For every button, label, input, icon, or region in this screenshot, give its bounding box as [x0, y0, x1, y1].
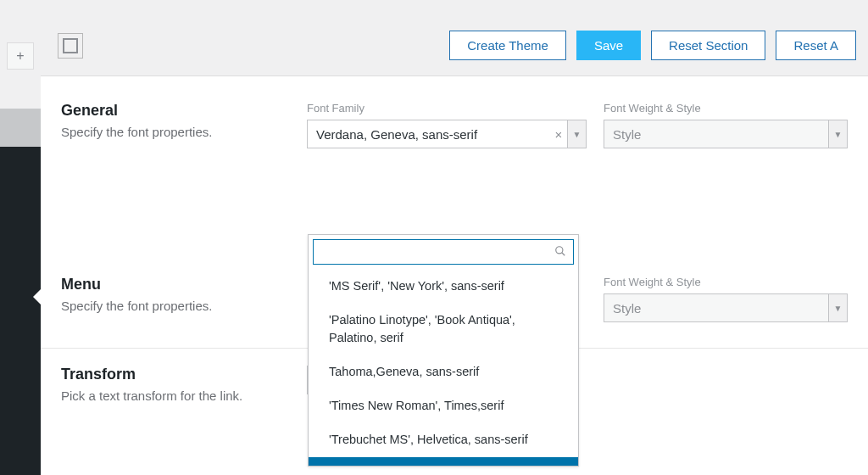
- dropdown-search-input[interactable]: [320, 245, 554, 259]
- font-weight-style-placeholder: Style: [604, 301, 828, 316]
- section-title-general: General: [61, 102, 287, 120]
- font-weight-style-select[interactable]: Style ▼: [604, 120, 848, 148]
- svg-line-1: [562, 252, 565, 255]
- font-family-select[interactable]: Verdana, Geneva, sans-serif × ▼: [307, 120, 587, 148]
- search-icon: [554, 245, 566, 260]
- section-desc-transform: Pick a text transform for the link.: [61, 388, 287, 403]
- admin-sidebar: [0, 0, 41, 475]
- font-family-value: Verdana, Geneva, sans-serif: [308, 127, 550, 142]
- font-family-label: Font Family: [307, 102, 587, 115]
- dropdown-option[interactable]: 'Times New Roman', Times,serif: [309, 388, 578, 422]
- theme-settings-panel: General Specify the font properties. Fon…: [41, 76, 868, 475]
- dropdown-option[interactable]: Verdana, Geneva, sans-serif: [309, 457, 578, 466]
- chevron-down-icon[interactable]: ▼: [828, 294, 847, 321]
- clear-icon[interactable]: ×: [550, 127, 567, 142]
- section-desc-menu: Specify the font properties.: [61, 299, 287, 313]
- section-title-menu: Menu: [61, 276, 287, 293]
- font-family-dropdown: 'MS Serif', 'New York', sans-serif 'Pala…: [308, 234, 579, 467]
- row-general: General Specify the font properties. Fon…: [61, 102, 848, 174]
- dropdown-option[interactable]: 'Trebuchet MS', Helvetica, sans-serif: [309, 422, 578, 456]
- dropdown-options-list[interactable]: 'MS Serif', 'New York', sans-serif 'Pala…: [309, 269, 578, 466]
- dropdown-option[interactable]: Tahoma,Geneva, sans-serif: [309, 355, 578, 388]
- reset-section-button[interactable]: Reset Section: [651, 31, 765, 60]
- dropdown-search[interactable]: [313, 239, 574, 265]
- section-desc-general: Specify the font properties.: [61, 125, 287, 139]
- section-title-transform: Transform: [61, 366, 287, 383]
- dropdown-option[interactable]: 'Palatino Linotype', 'Book Antiqua', Pal…: [309, 303, 578, 355]
- theme-layout-icon[interactable]: [58, 33, 83, 59]
- chevron-down-icon[interactable]: ▼: [567, 120, 586, 148]
- font-weight-style-placeholder: Style: [604, 127, 828, 142]
- dropdown-option[interactable]: 'MS Serif', 'New York', sans-serif: [309, 269, 578, 303]
- font-weight-style-label: Font Weight & Style: [604, 276, 848, 288]
- svg-point-0: [556, 246, 563, 253]
- chevron-down-icon[interactable]: ▼: [828, 120, 847, 148]
- create-theme-button[interactable]: Create Theme: [449, 31, 566, 60]
- add-button[interactable]: +: [7, 42, 34, 70]
- font-weight-style-label: Font Weight & Style: [604, 102, 848, 115]
- save-button[interactable]: Save: [576, 31, 641, 60]
- reset-all-button[interactable]: Reset A: [776, 31, 856, 60]
- font-weight-style-select-menu[interactable]: Style ▼: [604, 293, 848, 322]
- toolbar: Create Theme Save Reset Section Reset A: [41, 24, 868, 76]
